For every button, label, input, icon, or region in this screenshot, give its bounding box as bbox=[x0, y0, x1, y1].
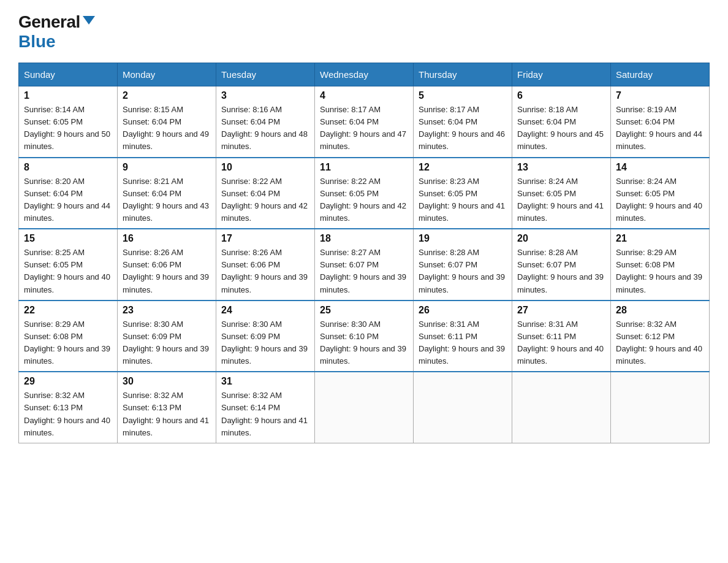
day-info: Sunrise: 8:19 AMSunset: 6:04 PMDaylight:… bbox=[616, 105, 702, 151]
calendar-day-cell: 6 Sunrise: 8:18 AMSunset: 6:04 PMDayligh… bbox=[512, 86, 611, 158]
day-number: 23 bbox=[123, 305, 211, 316]
day-info: Sunrise: 8:29 AMSunset: 6:08 PMDaylight:… bbox=[24, 320, 110, 366]
day-number: 26 bbox=[419, 305, 507, 316]
day-info: Sunrise: 8:23 AMSunset: 6:05 PMDaylight:… bbox=[419, 177, 505, 223]
day-info: Sunrise: 8:30 AMSunset: 6:09 PMDaylight:… bbox=[221, 320, 308, 366]
day-number: 4 bbox=[320, 90, 408, 101]
day-number: 13 bbox=[517, 162, 605, 173]
day-info: Sunrise: 8:22 AMSunset: 6:05 PMDaylight:… bbox=[320, 177, 406, 223]
calendar-day-cell: 18 Sunrise: 8:27 AMSunset: 6:07 PMDaylig… bbox=[315, 229, 414, 301]
day-info: Sunrise: 8:31 AMSunset: 6:11 PMDaylight:… bbox=[517, 320, 604, 366]
day-info: Sunrise: 8:31 AMSunset: 6:11 PMDaylight:… bbox=[419, 320, 505, 366]
calendar-week-row: 1 Sunrise: 8:14 AMSunset: 6:05 PMDayligh… bbox=[19, 86, 710, 158]
calendar-day-cell: 12 Sunrise: 8:23 AMSunset: 6:05 PMDaylig… bbox=[414, 158, 512, 229]
calendar-day-cell: 26 Sunrise: 8:31 AMSunset: 6:11 PMDaylig… bbox=[414, 301, 512, 372]
day-info: Sunrise: 8:27 AMSunset: 6:07 PMDaylight:… bbox=[320, 248, 406, 294]
calendar-week-row: 15 Sunrise: 8:25 AMSunset: 6:05 PMDaylig… bbox=[19, 229, 710, 301]
day-number: 16 bbox=[123, 233, 211, 244]
day-info: Sunrise: 8:18 AMSunset: 6:04 PMDaylight:… bbox=[517, 105, 604, 151]
calendar-day-cell: 29 Sunrise: 8:32 AMSunset: 6:13 PMDaylig… bbox=[19, 372, 118, 443]
calendar-day-cell: 5 Sunrise: 8:17 AMSunset: 6:04 PMDayligh… bbox=[414, 86, 512, 158]
calendar-day-cell: 23 Sunrise: 8:30 AMSunset: 6:09 PMDaylig… bbox=[118, 301, 216, 372]
calendar-day-cell: 27 Sunrise: 8:31 AMSunset: 6:11 PMDaylig… bbox=[512, 301, 611, 372]
calendar-day-cell: 4 Sunrise: 8:17 AMSunset: 6:04 PMDayligh… bbox=[315, 86, 414, 158]
day-info: Sunrise: 8:32 AMSunset: 6:12 PMDaylight:… bbox=[616, 320, 702, 366]
day-number: 11 bbox=[320, 162, 408, 173]
calendar-day-cell: 1 Sunrise: 8:14 AMSunset: 6:05 PMDayligh… bbox=[19, 86, 118, 158]
day-number: 27 bbox=[517, 305, 605, 316]
day-info: Sunrise: 8:20 AMSunset: 6:04 PMDaylight:… bbox=[24, 177, 110, 223]
day-number: 3 bbox=[221, 90, 309, 101]
weekday-header-thursday: Thursday bbox=[414, 63, 512, 86]
day-number: 15 bbox=[24, 233, 112, 244]
day-number: 9 bbox=[123, 162, 211, 173]
weekday-header-monday: Monday bbox=[118, 63, 216, 86]
day-number: 18 bbox=[320, 233, 408, 244]
calendar-day-cell: 19 Sunrise: 8:28 AMSunset: 6:07 PMDaylig… bbox=[414, 229, 512, 301]
day-info: Sunrise: 8:17 AMSunset: 6:04 PMDaylight:… bbox=[320, 105, 406, 151]
weekday-header-saturday: Saturday bbox=[611, 63, 710, 86]
day-info: Sunrise: 8:22 AMSunset: 6:04 PMDaylight:… bbox=[221, 177, 308, 223]
day-info: Sunrise: 8:21 AMSunset: 6:04 PMDaylight:… bbox=[123, 177, 209, 223]
day-number: 22 bbox=[24, 305, 112, 316]
day-info: Sunrise: 8:24 AMSunset: 6:05 PMDaylight:… bbox=[517, 177, 604, 223]
day-info: Sunrise: 8:26 AMSunset: 6:06 PMDaylight:… bbox=[221, 248, 308, 294]
calendar-week-row: 29 Sunrise: 8:32 AMSunset: 6:13 PMDaylig… bbox=[19, 372, 710, 443]
day-info: Sunrise: 8:16 AMSunset: 6:04 PMDaylight:… bbox=[221, 105, 308, 151]
calendar-day-cell: 20 Sunrise: 8:28 AMSunset: 6:07 PMDaylig… bbox=[512, 229, 611, 301]
day-info: Sunrise: 8:25 AMSunset: 6:05 PMDaylight:… bbox=[24, 248, 110, 294]
weekday-header-sunday: Sunday bbox=[19, 63, 118, 86]
calendar-day-cell: 16 Sunrise: 8:26 AMSunset: 6:06 PMDaylig… bbox=[118, 229, 216, 301]
day-number: 10 bbox=[221, 162, 309, 173]
day-info: Sunrise: 8:30 AMSunset: 6:09 PMDaylight:… bbox=[123, 320, 209, 366]
day-number: 29 bbox=[24, 376, 112, 387]
day-info: Sunrise: 8:30 AMSunset: 6:10 PMDaylight:… bbox=[320, 320, 406, 366]
day-number: 5 bbox=[419, 90, 507, 101]
day-info: Sunrise: 8:28 AMSunset: 6:07 PMDaylight:… bbox=[419, 248, 505, 294]
calendar-day-cell: 14 Sunrise: 8:24 AMSunset: 6:05 PMDaylig… bbox=[611, 158, 710, 229]
day-info: Sunrise: 8:24 AMSunset: 6:05 PMDaylight:… bbox=[616, 177, 702, 223]
calendar-day-cell: 21 Sunrise: 8:29 AMSunset: 6:08 PMDaylig… bbox=[611, 229, 710, 301]
calendar-day-cell: 8 Sunrise: 8:20 AMSunset: 6:04 PMDayligh… bbox=[19, 158, 118, 229]
logo-blue-text: Blue bbox=[18, 32, 56, 52]
day-info: Sunrise: 8:26 AMSunset: 6:06 PMDaylight:… bbox=[123, 248, 209, 294]
day-number: 28 bbox=[616, 305, 704, 316]
day-info: Sunrise: 8:15 AMSunset: 6:04 PMDaylight:… bbox=[123, 105, 209, 151]
calendar-day-cell: 22 Sunrise: 8:29 AMSunset: 6:08 PMDaylig… bbox=[19, 301, 118, 372]
calendar-day-cell: 31 Sunrise: 8:32 AMSunset: 6:14 PMDaylig… bbox=[216, 372, 315, 443]
calendar-day-cell bbox=[512, 372, 611, 443]
page-header: General Blue bbox=[18, 12, 710, 52]
calendar-day-cell: 15 Sunrise: 8:25 AMSunset: 6:05 PMDaylig… bbox=[19, 229, 118, 301]
day-info: Sunrise: 8:28 AMSunset: 6:07 PMDaylight:… bbox=[517, 248, 604, 294]
weekday-header-friday: Friday bbox=[512, 63, 611, 86]
calendar-day-cell: 7 Sunrise: 8:19 AMSunset: 6:04 PMDayligh… bbox=[611, 86, 710, 158]
day-number: 8 bbox=[24, 162, 112, 173]
day-info: Sunrise: 8:17 AMSunset: 6:04 PMDaylight:… bbox=[419, 105, 505, 151]
calendar-table: SundayMondayTuesdayWednesdayThursdayFrid… bbox=[18, 63, 710, 443]
logo-general-text: General bbox=[18, 12, 80, 32]
calendar-day-cell: 9 Sunrise: 8:21 AMSunset: 6:04 PMDayligh… bbox=[118, 158, 216, 229]
day-number: 24 bbox=[221, 305, 309, 316]
day-number: 7 bbox=[616, 90, 704, 101]
day-number: 31 bbox=[221, 376, 309, 387]
day-number: 12 bbox=[419, 162, 507, 173]
day-number: 30 bbox=[123, 376, 211, 387]
calendar-day-cell: 30 Sunrise: 8:32 AMSunset: 6:13 PMDaylig… bbox=[118, 372, 216, 443]
day-info: Sunrise: 8:14 AMSunset: 6:05 PMDaylight:… bbox=[24, 105, 110, 151]
calendar-day-cell: 17 Sunrise: 8:26 AMSunset: 6:06 PMDaylig… bbox=[216, 229, 315, 301]
day-number: 25 bbox=[320, 305, 408, 316]
logo: General Blue bbox=[18, 12, 95, 52]
calendar-day-cell: 10 Sunrise: 8:22 AMSunset: 6:04 PMDaylig… bbox=[216, 158, 315, 229]
calendar-day-cell: 3 Sunrise: 8:16 AMSunset: 6:04 PMDayligh… bbox=[216, 86, 315, 158]
calendar-day-cell: 24 Sunrise: 8:30 AMSunset: 6:09 PMDaylig… bbox=[216, 301, 315, 372]
calendar-day-cell bbox=[414, 372, 512, 443]
day-info: Sunrise: 8:32 AMSunset: 6:14 PMDaylight:… bbox=[221, 391, 308, 437]
calendar-day-cell: 25 Sunrise: 8:30 AMSunset: 6:10 PMDaylig… bbox=[315, 301, 414, 372]
calendar-day-cell: 11 Sunrise: 8:22 AMSunset: 6:05 PMDaylig… bbox=[315, 158, 414, 229]
day-number: 2 bbox=[123, 90, 211, 101]
calendar-day-cell: 2 Sunrise: 8:15 AMSunset: 6:04 PMDayligh… bbox=[118, 86, 216, 158]
day-number: 14 bbox=[616, 162, 704, 173]
day-number: 19 bbox=[419, 233, 507, 244]
weekday-header-tuesday: Tuesday bbox=[216, 63, 315, 86]
calendar-day-cell: 13 Sunrise: 8:24 AMSunset: 6:05 PMDaylig… bbox=[512, 158, 611, 229]
